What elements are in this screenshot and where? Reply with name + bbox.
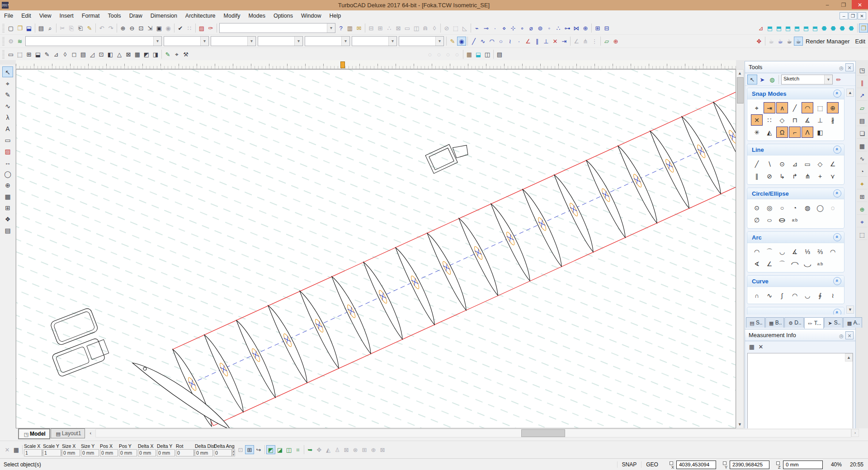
collapse-chevron-icon[interactable]: « [833,89,841,98]
collapse-chevron-icon[interactable]: « [833,309,841,315]
gear-icon[interactable]: ⚙ [6,37,15,46]
fit-curve-icon[interactable]: ∫ [776,290,788,301]
field-delta-y-input[interactable] [157,449,175,456]
select-2d-icon[interactable]: ◩ [266,445,275,454]
copy-icon[interactable]: ⎘ [67,24,76,33]
field-size-x-input[interactable] [62,449,80,456]
edit-workplane-icon[interactable]: ✎ [163,50,172,59]
rot-elliptical-arc-icon[interactable]: ◡ [799,258,816,269]
snap-center-icon[interactable]: ⊹ [509,24,518,33]
extend-tool-icon[interactable]: ⇥ [560,37,569,46]
snap-vertex-icon[interactable]: ⊶ [563,24,572,33]
block-tool-icon[interactable]: ❖ [2,213,13,224]
snap-workplane-icon[interactable]: ⋈ [572,24,581,33]
center-point-line-icon[interactable]: ⊙ [776,158,788,169]
workplane-view-icon[interactable]: ◊ [61,50,70,59]
palette-scroll-up-icon[interactable]: ▲ [846,89,854,97]
workplane-by-face-icon[interactable]: ▭ [6,50,15,59]
select-by-icon[interactable]: ⊘ [442,24,451,33]
insert-part-icon[interactable]: ▤ [2,225,13,235]
facet-select-icon[interactable]: ⌗ [293,445,302,454]
angle-tool-icon[interactable]: ∠ [524,37,533,46]
pen-color-combo[interactable]: ▾ [164,36,209,46]
rotated-ellipse-icon[interactable]: ⊖ [774,214,791,226]
snap-priority-icon[interactable]: ⊞ [593,24,602,33]
workplane-axes-icon[interactable]: ⊿ [756,24,765,33]
chevron-down-icon[interactable]: ▾ [247,37,255,46]
menu-item-view[interactable]: View [35,11,56,20]
tab-design-director[interactable]: ⚙D.. [784,317,803,328]
boolean-icon[interactable]: ⋒ [421,24,430,33]
tab-tools[interactable]: ✏T... [804,317,824,329]
animation-icon[interactable]: ▤ [495,50,504,59]
ungroup-icon[interactable]: ⊞ [376,24,385,33]
field-rot-input[interactable] [176,449,194,456]
menu-item-options[interactable]: Options [269,11,297,20]
schematic-icon[interactable]: ◳ [857,65,868,75]
menu-item-draw[interactable]: Draw [125,11,146,20]
new-file-icon[interactable]: ▢ [6,24,15,33]
pen-tool-icon[interactable]: ✎ [2,89,13,100]
tangent-from-arc-icon[interactable]: ↳ [776,170,788,182]
circle-tool-icon[interactable]: ◯ [2,168,13,179]
workplane-side-icon[interactable]: ◨ [151,50,160,59]
snap-workplane-icon[interactable]: ⬚ [814,102,826,113]
text-tool-icon[interactable]: A [2,123,13,134]
chevron-down-icon[interactable]: ▾ [435,37,443,46]
snap-3d-icon[interactable]: ◧ [814,127,826,138]
menu-item-edit[interactable]: Edit [17,11,35,20]
text-style-combo[interactable]: ▾ [399,36,444,46]
paste-icon[interactable]: ⎗ [76,24,85,33]
ghost-icon[interactable]: ♙ [333,445,342,454]
field-pos-y-input[interactable] [119,449,137,456]
render-preset-icon-4[interactable]: ◌ [453,50,462,59]
menu-item-format[interactable]: Format [78,11,104,20]
two-point-circle-icon[interactable]: ○ [776,202,788,213]
bezier-tool-icon[interactable]: λ [2,112,13,122]
minimize-window-icon[interactable]: – [819,0,835,9]
scroll-right-icon[interactable]: › [851,429,859,437]
section-header[interactable]: Circle/Ellipse« [747,188,844,199]
format-painter-icon[interactable]: ✎ [85,24,94,33]
environment-icon[interactable]: ⬓ [474,50,483,59]
view-top-icon[interactable]: ⬒ [765,24,774,33]
look-at-icon[interactable]: ◉ [164,24,173,33]
parallel-tool-icon[interactable]: ∥ [533,37,542,46]
style-pen-icon[interactable]: ✎ [448,37,457,46]
snap-dots-icon[interactable]: ⌐ [789,127,801,138]
spline-icon[interactable]: ∩ [751,290,763,301]
workplane-lock-icon[interactable]: ⊠ [124,50,133,59]
snap-aperture-icon[interactable]: ⊕ [581,24,590,33]
concentric-circle-icon[interactable]: ◎ [764,202,775,213]
named-view-combo[interactable]: ▾ [219,23,335,33]
snap-perpendicular-icon[interactable]: ◦ [545,24,554,33]
zoom-extents-icon[interactable]: ⇲ [146,24,155,33]
rectangle-icon[interactable]: ▭ [802,158,813,169]
snap-indicator[interactable]: SNAP [617,461,642,468]
layers-stack-icon[interactable]: ❏ [857,128,868,139]
chevron-down-icon[interactable]: ▾ [327,24,335,33]
chevron-down-icon[interactable]: ▾ [200,37,208,46]
polyline-tool-icon[interactable]: ∿ [2,100,13,111]
tan-point-circle-icon[interactable]: ◍ [802,202,813,213]
menu-item-help[interactable]: Help [325,11,345,20]
spline-tool-icon[interactable]: ≀ [505,37,514,46]
layer-combo[interactable]: ▾ [25,36,162,46]
insert-block-icon[interactable]: ▭ [403,24,412,33]
luminance-icon[interactable]: ▦ [465,50,474,59]
spell-check-icon[interactable]: ✔ [176,24,185,33]
view-right-icon[interactable]: ⬒ [802,24,811,33]
workplane-flip-icon[interactable]: ◿ [88,50,97,59]
arc-tool-icon[interactable]: ◠ [487,37,496,46]
rotate-entity-icon[interactable]: ⊕ [611,37,620,46]
cut-icon[interactable]: ✂ [58,24,67,33]
no-snap-icon[interactable]: ⌁ [472,24,481,33]
three-tan-circle-icon[interactable]: ◌ [827,202,839,213]
minimize-document-icon[interactable]: – [840,12,848,19]
select-tool-icon[interactable]: ↖ [2,66,13,77]
revision-cloud-icon[interactable]: ◡ [802,290,813,301]
block-icon[interactable]: ⊠ [394,24,403,33]
cloud-icon[interactable]: ◠ [789,290,801,301]
no-box-icon[interactable]: ⊠ [342,445,351,454]
angle-line-icon[interactable]: ∠ [827,158,839,169]
